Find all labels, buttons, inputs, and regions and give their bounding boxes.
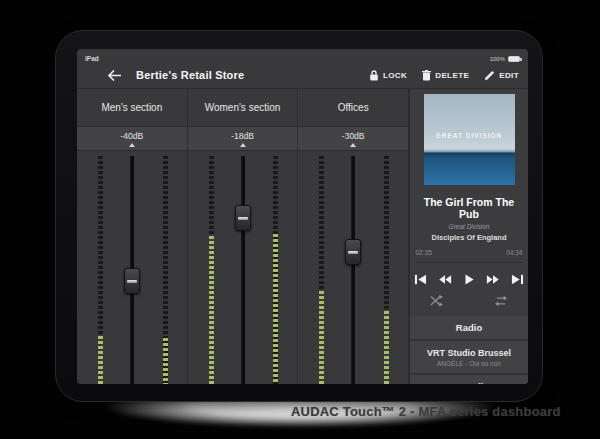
zone-db-readout: -30dB (298, 126, 408, 151)
back-button[interactable] (108, 70, 121, 81)
zone-db-value: -40dB (120, 131, 143, 141)
zone-fader-area (77, 151, 187, 384)
elapsed-time: 02:35 (416, 249, 432, 256)
track-artist: Great Division (449, 223, 490, 230)
zone-column: Women's section -18dB (188, 89, 299, 384)
edit-button[interactable]: EDIT (484, 70, 519, 81)
zone-column: Men's section -40dB (77, 89, 188, 384)
repeat-icon[interactable] (494, 295, 508, 307)
transport-controls (414, 263, 524, 293)
fader-handle[interactable] (345, 239, 361, 265)
vu-meter-left (319, 156, 324, 384)
zone-column: Offices -30dB (298, 89, 409, 384)
station-name: BBC Radio 2 (410, 382, 529, 384)
album-art: GREAT DIVISION (424, 94, 515, 185)
playback-modes (430, 293, 508, 316)
skip-previous-icon[interactable] (414, 273, 427, 286)
radio-station-bbc[interactable]: BBC Radio 2 Internet Radio (410, 375, 529, 384)
total-time: 04:34 (506, 249, 522, 256)
lock-icon (369, 70, 379, 81)
product-shot: iPad 100% Bertie's Retail Store LOCK (0, 0, 600, 439)
menu-icon[interactable] (86, 70, 99, 80)
zone-db-readout: -40dB (77, 126, 187, 151)
arrow-left-icon (108, 70, 121, 81)
pencil-icon (484, 70, 495, 81)
fader-pointer-icon (240, 143, 246, 147)
zone-db-value: -30dB (342, 131, 365, 141)
fader-pointer-icon (350, 143, 356, 147)
station-now-playing: ANGÈLE - Oui ou non (410, 360, 529, 367)
vu-meter-right (384, 156, 389, 384)
vu-meter-left (98, 156, 103, 384)
radio-station-vrt[interactable]: VRT Studio Brussel ANGÈLE - Oui ou non (410, 341, 529, 373)
fader-track[interactable] (241, 156, 245, 384)
vu-meter-right (163, 156, 168, 384)
zone-db-value: -18dB (231, 131, 254, 141)
zone-db-readout: -18dB (188, 126, 298, 151)
main-content: Men's section -40dB Women's section -18d… (77, 88, 528, 384)
radio-section: Radio VRT Studio Brussel ANGÈLE - Oui ou… (410, 316, 529, 384)
time-row: 02:35 04:34 (416, 249, 523, 256)
shuffle-icon[interactable] (430, 295, 444, 307)
edit-label: EDIT (499, 71, 519, 80)
track-album: Disciples Of England (431, 233, 506, 242)
zone-name: Offices (338, 102, 369, 113)
app-screen: iPad 100% Bertie's Retail Store LOCK (77, 49, 528, 384)
lock-button[interactable]: LOCK (369, 70, 407, 81)
nav-actions: LOCK DELETE EDIT (369, 70, 519, 81)
fader-pointer-icon (129, 143, 135, 147)
zone-name: Men's section (101, 102, 162, 113)
radio-header: Radio (410, 316, 529, 339)
zone-fader-area (188, 151, 298, 384)
fader-track[interactable] (351, 156, 355, 384)
zone-fader-area (298, 151, 408, 384)
delete-button[interactable]: DELETE (422, 70, 469, 81)
fader-panel: Men's section -40dB Women's section -18d… (77, 89, 409, 384)
status-bar: iPad 100% (77, 49, 528, 62)
fader-handle[interactable] (235, 205, 251, 231)
station-name: VRT Studio Brussel (410, 348, 529, 358)
rewind-icon[interactable] (438, 273, 452, 286)
zone-header: Offices (298, 89, 408, 126)
trash-icon (422, 70, 431, 81)
nav-bar: Bertie's Retail Store LOCK DELETE EDIT (77, 62, 528, 88)
vu-meter-left (209, 156, 214, 384)
album-art-text: GREAT DIVISION (424, 132, 515, 139)
ipad-device: iPad 100% Bertie's Retail Store LOCK (55, 30, 543, 402)
zone-name: Women's section (205, 102, 281, 113)
delete-label: DELETE (435, 71, 469, 80)
device-label: iPad (85, 55, 99, 62)
lock-label: LOCK (383, 71, 407, 80)
battery-icon (508, 56, 520, 62)
track-title: The Girl From The Pub (416, 196, 522, 220)
player-panel: GREAT DIVISION The Girl From The Pub Gre… (409, 89, 528, 384)
fader-handle[interactable] (124, 268, 140, 294)
product-caption: AUDAC Touch™ 2 - MFA series dashboard (291, 404, 561, 419)
vu-meter-right (273, 156, 278, 384)
zone-header: Men's section (77, 89, 187, 126)
zone-header: Women's section (188, 89, 298, 126)
play-icon[interactable] (463, 273, 475, 286)
page-title: Bertie's Retail Store (136, 69, 244, 81)
fast-forward-icon[interactable] (486, 273, 500, 286)
skip-next-icon[interactable] (511, 273, 524, 286)
